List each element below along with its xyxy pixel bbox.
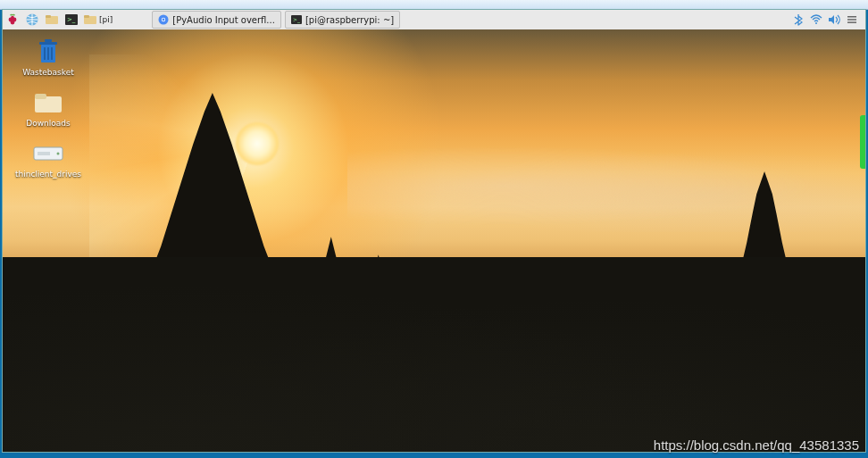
desktop-icon-wastebasket[interactable]: Wastebasket (8, 38, 88, 77)
raspberry-menu-icon[interactable] (4, 12, 21, 28)
terminal-launcher-icon[interactable]: >_ (63, 12, 79, 28)
system-tray (792, 13, 865, 26)
task-chromium[interactable]: [PyAudio Input overfl... (152, 11, 281, 29)
svg-point-3 (11, 16, 14, 20)
folder-pi-icon[interactable]: [pi] (83, 12, 113, 28)
folder-pi-label: [pi] (99, 15, 113, 24)
svg-rect-22 (45, 39, 52, 42)
svg-rect-30 (38, 152, 50, 155)
svg-point-16 (815, 22, 817, 24)
svg-text:>_: >_ (67, 16, 76, 23)
desktop-icon-downloads-label: Downloads (26, 119, 70, 128)
desktop-icon-thinclient-drives[interactable]: thinclient_drives (8, 140, 88, 179)
svg-point-29 (57, 153, 60, 155)
watermark-text: https://blog.csdn.net/qq_43581335 (654, 437, 859, 453)
desktop-icons-area: Wastebasket Downloads thinclient_drives (3, 29, 94, 187)
desktop-icon-wastebasket-label: Wastebasket (22, 68, 73, 77)
bluetooth-icon[interactable] (792, 13, 805, 26)
chromium-icon (158, 14, 169, 25)
menu-tray-icon[interactable] (846, 13, 858, 26)
file-manager-icon[interactable] (44, 12, 60, 28)
svg-rect-6 (46, 15, 51, 18)
svg-rect-24 (47, 47, 49, 60)
svg-point-2 (11, 21, 15, 25)
svg-rect-18 (847, 19, 856, 21)
svg-rect-17 (847, 16, 856, 18)
task-terminal-label: [pi@raspberrypi: ~] (305, 15, 394, 25)
svg-rect-27 (35, 94, 46, 99)
remote-desktop-viewport: >_ [pi] [PyAudio Input overfl... >_ (2, 9, 866, 453)
svg-rect-25 (51, 47, 53, 60)
svg-rect-19 (847, 21, 856, 23)
task-terminal[interactable]: >_ [pi@raspberrypi: ~] (285, 11, 400, 29)
web-browser-icon[interactable] (24, 12, 40, 28)
taskbar: >_ [pi] [PyAudio Input overfl... >_ (3, 10, 865, 30)
desktop-wallpaper (3, 29, 865, 452)
svg-rect-23 (44, 47, 46, 60)
volume-icon[interactable] (828, 13, 840, 26)
wifi-icon[interactable] (810, 13, 822, 26)
svg-point-13 (163, 19, 165, 21)
host-window-frame: >_ [pi] [PyAudio Input overfl... >_ (0, 0, 868, 458)
drive-icon (33, 140, 63, 167)
trash-icon (33, 38, 63, 65)
wallpaper-sun (236, 122, 279, 165)
right-edge-indicator (860, 115, 865, 169)
taskbar-tasks: [PyAudio Input overfl... >_ [pi@raspberr… (150, 10, 402, 29)
desktop-icon-thinclient-label: thinclient_drives (15, 170, 81, 179)
svg-rect-10 (84, 15, 89, 18)
terminal-icon: >_ (291, 14, 302, 25)
svg-text:>_: >_ (293, 16, 301, 23)
folder-icon (33, 89, 63, 116)
wallpaper-foreground (3, 257, 865, 452)
svg-rect-21 (39, 42, 57, 45)
desktop-icon-downloads[interactable]: Downloads (8, 89, 88, 128)
task-chromium-label: [PyAudio Input overfl... (172, 15, 275, 25)
taskbar-launchers: >_ [pi] (3, 10, 114, 29)
